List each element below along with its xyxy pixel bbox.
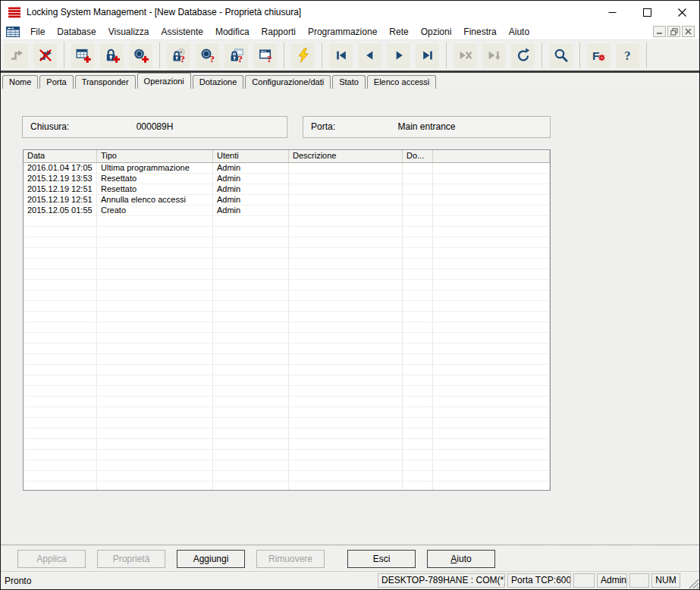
table-cell [24, 460, 97, 471]
tab-stato[interactable]: Stato [332, 75, 366, 89]
svg-text:F: F [592, 49, 599, 62]
table-cell [433, 290, 550, 301]
table-cell [433, 280, 550, 290]
table-row-empty [24, 439, 550, 450]
table-row[interactable]: 2015.12.05 01:55CreatoAdmin [24, 206, 550, 216]
esci-button[interactable]: Esci [347, 550, 416, 568]
menu-assistente[interactable]: Assistente [155, 27, 209, 37]
menu-programmazione[interactable]: Programmazione [302, 27, 383, 37]
nav-last-button[interactable] [416, 43, 439, 68]
column-header-utenti[interactable]: Utenti [213, 150, 289, 163]
table-cell [433, 344, 550, 354]
table-cell: Creato [97, 206, 213, 216]
matrix-new-button[interactable] [71, 43, 95, 68]
mdi-restore-button[interactable] [667, 26, 680, 37]
operations-table: DataTipoUtentiDescrizioneDo... 2016.01.0… [23, 149, 551, 491]
minimize-button[interactable] [595, 1, 629, 24]
table-cell [24, 482, 97, 491]
table-cell [97, 312, 213, 322]
jump-arrows-delete-button[interactable] [33, 43, 57, 68]
menu-modifica[interactable]: Modifica [209, 27, 256, 37]
lock-new-button[interactable] [100, 43, 124, 68]
column-header-do[interactable]: Do... [403, 150, 433, 163]
tab-operazioni[interactable]: Operazioni [137, 73, 191, 89]
table-cell [403, 280, 433, 290]
table-row-empty [24, 259, 550, 269]
table-cell: Resettato [97, 184, 213, 195]
table-cell [97, 428, 213, 439]
table-row-empty [24, 312, 550, 322]
table-row-empty [24, 216, 550, 227]
mdi-minimize-button[interactable] [653, 26, 666, 37]
table-row-empty [24, 428, 550, 439]
table-cell [213, 333, 289, 344]
table-row[interactable]: 2015.12.19 12:51ResettatoAdmin [24, 184, 550, 195]
applica-button: Applica [17, 550, 86, 568]
menu-finestra[interactable]: Finestra [457, 27, 502, 37]
help-button[interactable]: ? [616, 43, 639, 68]
tab-configurazione-dati[interactable]: Configurazione/dati [245, 75, 331, 89]
window-unknown-button[interactable]: ? [253, 43, 277, 68]
program-lightning-button[interactable] [291, 43, 315, 68]
nav-next-button[interactable] [387, 43, 410, 68]
table-row[interactable]: 2015.12.19 12:51Annulla elenco accessiAd… [24, 195, 550, 206]
svg-text:?: ? [209, 53, 215, 64]
rimuovere-button: Rimuovere [256, 550, 325, 568]
resize-grip[interactable] [684, 572, 699, 589]
lock-unknown-button[interactable]: ? [167, 43, 190, 68]
tab-porta[interactable]: Porta [39, 75, 73, 89]
transponder-unknown-button[interactable]: ? [196, 43, 219, 68]
menu-database[interactable]: Database [51, 27, 102, 37]
door-field: Porta: Main entrance [303, 116, 551, 138]
menu-opzioni[interactable]: Opzioni [415, 27, 458, 37]
nav-prev-button[interactable] [358, 43, 381, 68]
table-cell [433, 439, 550, 450]
table-cell: Admin [213, 206, 289, 216]
tab-elenco-accessi[interactable]: Elenco accessi [367, 75, 436, 89]
tab-transponder[interactable]: Transponder [75, 75, 136, 89]
mdi-close-button[interactable] [682, 26, 695, 37]
status-user: Admin [597, 573, 627, 588]
column-header-tipo[interactable]: Tipo [97, 150, 213, 163]
table-cell [213, 269, 289, 280]
column-header-extra[interactable] [433, 150, 550, 163]
table-cell [213, 216, 289, 227]
transponder-new-button[interactable] [129, 43, 152, 68]
tab-nome[interactable]: Nome [2, 75, 38, 89]
aggiungi-button[interactable]: Aggiungi [177, 550, 245, 568]
close-button[interactable] [664, 1, 699, 24]
menu-rapporti[interactable]: Rapporti [256, 27, 302, 37]
table-cell [289, 471, 403, 482]
table-cell [433, 354, 550, 365]
window-controls [595, 1, 699, 24]
table-row-empty [24, 227, 550, 237]
table-cell [289, 344, 403, 354]
table-row-empty [24, 407, 550, 418]
nav-first-button[interactable] [329, 43, 353, 68]
refresh-button[interactable] [511, 43, 535, 68]
table-cell [24, 227, 97, 237]
table-cell [213, 460, 289, 471]
table-cell [213, 301, 289, 312]
menu-file[interactable]: File [24, 27, 51, 37]
tab-dotazione[interactable]: Dotazione [193, 75, 244, 89]
maximize-button[interactable] [629, 1, 664, 24]
column-header-descrizione[interactable]: Descrizione [289, 150, 403, 163]
table-cell [433, 471, 550, 482]
menu-rete[interactable]: Rete [383, 27, 414, 37]
aiuto-button[interactable]: Aiuto [427, 550, 495, 568]
table-cell [289, 184, 403, 195]
search-button[interactable] [549, 43, 573, 68]
table-cell [289, 206, 403, 216]
table-row-empty [24, 354, 550, 365]
column-header-data[interactable]: Data [24, 150, 97, 163]
menu-visualizza[interactable]: Visualizza [102, 27, 155, 37]
table-cell [289, 290, 403, 301]
table-cell [289, 450, 403, 460]
menu-aiuto[interactable]: Aiuto [503, 27, 535, 37]
table-cell [403, 206, 433, 216]
table-row[interactable]: 2015.12.19 13:53ResettatoAdmin [24, 174, 550, 184]
filter-settings-button[interactable]: F [587, 43, 611, 68]
lock-read-button[interactable]: ? [224, 43, 248, 68]
table-row[interactable]: 2016.01.04 17:05Ultima programmazioneAdm… [24, 163, 550, 174]
